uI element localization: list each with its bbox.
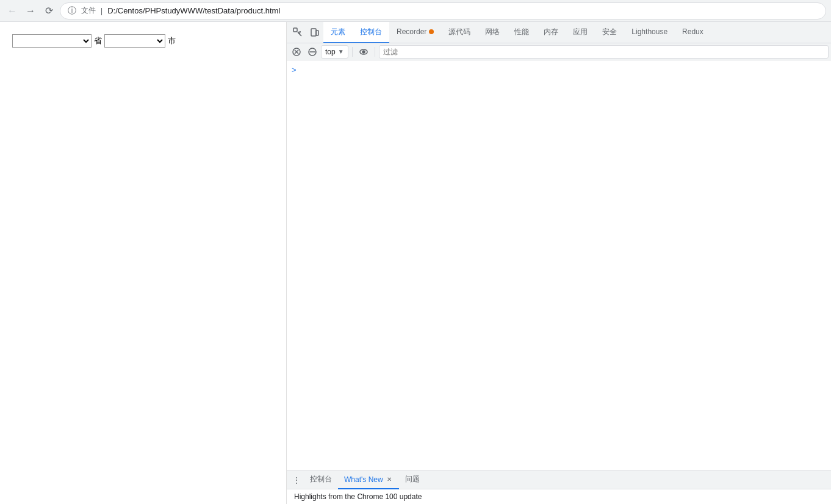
console-area[interactable]: > (287, 60, 831, 470)
drawer-tab-whats-new[interactable]: What's New ✕ (338, 471, 399, 489)
context-arrow: ▼ (338, 48, 344, 55)
city-select[interactable] (104, 34, 165, 48)
context-label: top (325, 48, 336, 56)
tab-application[interactable]: 应用 (566, 22, 595, 43)
tab-redux[interactable]: Redux (675, 22, 711, 43)
drawer-content: Highlights from the Chrome 100 update (287, 489, 831, 504)
drawer-tab-issues[interactable]: 问题 (399, 471, 426, 489)
tab-performance[interactable]: 性能 (507, 22, 536, 43)
tab-console[interactable]: 控制台 (353, 22, 389, 43)
block-requests-button[interactable] (305, 45, 320, 59)
devtools-toolbar: top ▼ (287, 43, 831, 60)
svg-rect-2 (316, 31, 318, 35)
browser-toolbar: ← → ⟳ ⓘ 文件 | D:/Centos/PHPstudyWWW/testD… (0, 0, 831, 22)
toolbar-divider-2 (375, 47, 375, 57)
back-button[interactable]: ← (5, 4, 20, 18)
tab-recorder[interactable]: Recorder (389, 22, 441, 43)
info-icon: ⓘ (68, 5, 76, 16)
clear-console-button[interactable] (289, 45, 304, 59)
drawer-tabs: ⋮ 控制台 What's New ✕ 问题 (287, 471, 831, 489)
whats-new-close-button[interactable]: ✕ (386, 475, 393, 484)
drawer-content-text: Highlights from the Chrome 100 update (294, 492, 422, 501)
tab-security[interactable]: 安全 (595, 22, 624, 43)
address-bar[interactable]: ⓘ 文件 | D:/Centos/PHPstudyWWW/testData/pr… (60, 2, 826, 20)
recorder-dot (429, 29, 434, 34)
city-label: 市 (168, 34, 176, 48)
tab-lighthouse[interactable]: Lighthouse (624, 22, 675, 43)
toolbar-divider (352, 47, 353, 57)
svg-point-9 (362, 51, 365, 53)
drawer-more-button[interactable]: ⋮ (289, 473, 304, 488)
device-toggle-icon[interactable] (306, 24, 323, 41)
tab-network[interactable]: 网络 (478, 22, 507, 43)
devtools-tabs: 元素 控制台 Recorder 源代码 网络 性能 内存 应用 (287, 22, 831, 43)
tab-memory[interactable]: 内存 (536, 22, 566, 43)
reload-button[interactable]: ⟳ (41, 4, 56, 18)
filter-input[interactable] (379, 45, 829, 59)
tab-sources[interactable]: 源代码 (441, 22, 478, 43)
file-label: 文件 (81, 5, 96, 16)
svg-rect-1 (311, 29, 316, 36)
province-select[interactable] (12, 34, 92, 48)
context-selector[interactable]: top ▼ (321, 45, 348, 59)
forward-button[interactable]: → (23, 4, 38, 18)
province-label: 省 (94, 34, 102, 48)
url-text: D:/Centos/PHPstudyWWW/testData/product.h… (107, 6, 280, 15)
inspect-element-icon[interactable] (289, 24, 306, 41)
eye-icon[interactable] (356, 45, 371, 59)
drawer: ⋮ 控制台 What's New ✕ 问题 Highlights from th… (287, 470, 831, 504)
main-area: 省 市 元素 控制台 Recorder 源代 (0, 22, 831, 504)
svg-rect-0 (293, 28, 297, 32)
page-content: 省 市 (0, 22, 287, 504)
drawer-tab-console[interactable]: 控制台 (304, 471, 338, 489)
console-prompt[interactable]: > (292, 65, 297, 74)
tab-elements[interactable]: 元素 (323, 22, 353, 43)
url-separator: | (101, 7, 103, 15)
devtools-panel: 元素 控制台 Recorder 源代码 网络 性能 内存 应用 (287, 22, 831, 504)
